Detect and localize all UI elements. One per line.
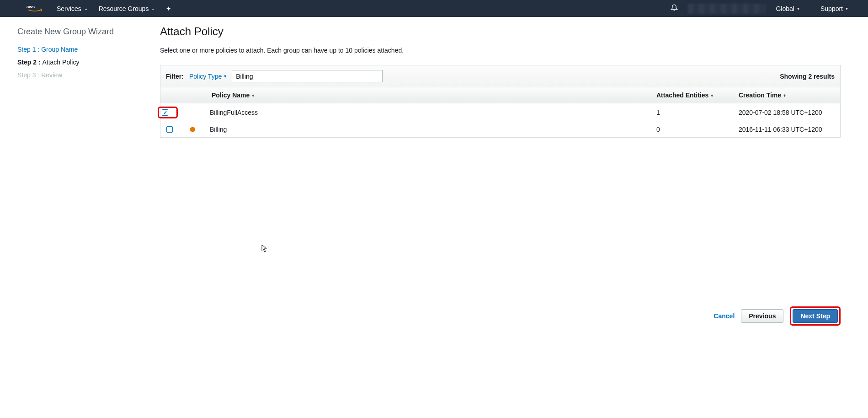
nav-services-label: Services [57, 5, 81, 12]
th-icon [179, 87, 206, 103]
table-row[interactable]: BillingFullAccess12020-07-02 18:58 UTC+1… [160, 103, 840, 122]
bell-icon[interactable] [671, 4, 678, 13]
filter-type-label: Policy Type [189, 73, 222, 80]
main: Create New Group Wizard Step 1 : Group N… [0, 17, 868, 410]
sidebar: Create New Group Wizard Step 1 : Group N… [0, 17, 146, 410]
wizard-step-3: Step 3 : Review [17, 71, 134, 79]
cell-attached: 0 [653, 123, 735, 136]
cell-policy-name: BillingFullAccess [206, 106, 653, 119]
nav-resource-groups[interactable]: Resource Groups ⌄ [99, 5, 155, 12]
managed-policy-icon: ⬢ [190, 125, 196, 133]
nav-region[interactable]: Global ▾ [776, 5, 799, 12]
chevron-down-icon: ⌄ [151, 6, 155, 11]
next-step-button[interactable]: Next Step [793, 309, 838, 323]
filter-label: Filter: [166, 73, 184, 80]
wizard-step-1[interactable]: Step 1 : Group Name [17, 46, 134, 53]
cell-checkbox [160, 103, 179, 122]
table-row[interactable]: ⬢Billing02016-11-11 06:33 UTC+1200 [160, 122, 840, 137]
top-nav: aws Services ⌄ Resource Groups ⌄ ✦ Globa… [0, 0, 868, 17]
top-nav-right: Global ▾ Support ▾ [671, 4, 859, 14]
results-count: Showing 2 results [780, 73, 835, 80]
chevron-down-icon: ▾ [846, 6, 848, 11]
nav-services[interactable]: Services ⌄ [57, 5, 88, 12]
nav-support-label: Support [820, 5, 843, 12]
th-attached[interactable]: Attached Entities ♦ [653, 87, 735, 103]
pin-icon[interactable]: ✦ [166, 5, 171, 12]
cell-checkbox [160, 123, 179, 136]
row-checkbox[interactable] [166, 126, 173, 133]
wizard-title: Create New Group Wizard [17, 27, 134, 37]
previous-button[interactable]: Previous [741, 309, 783, 323]
filter-search-input[interactable] [232, 70, 383, 82]
chevron-down-icon: ⌄ [84, 6, 88, 11]
page-description: Select one or more policies to attach. E… [160, 47, 841, 54]
th-policy-name[interactable]: Policy Name ♦ [206, 87, 653, 103]
filter-bar: Filter: Policy Type ▼ Showing 2 results [160, 65, 840, 87]
account-menu[interactable] [688, 4, 766, 14]
next-button-highlight: Next Step [790, 306, 841, 326]
sort-icon: ♦ [711, 94, 713, 97]
cell-creation: 2016-11-11 06:33 UTC+1200 [735, 123, 840, 136]
cell-policy-icon: ⬢ [179, 122, 206, 137]
nav-support[interactable]: Support ▾ [820, 5, 848, 12]
aws-logo-icon: aws [27, 4, 43, 14]
cell-policy-name: Billing [206, 123, 653, 136]
sort-icon: ♦ [252, 94, 254, 97]
sort-icon: ♦ [783, 94, 786, 97]
svg-text:aws: aws [27, 4, 35, 9]
nav-resource-groups-label: Resource Groups [99, 5, 149, 12]
cell-attached: 1 [653, 106, 735, 119]
policy-table-panel: Filter: Policy Type ▼ Showing 2 results … [160, 65, 841, 138]
th-checkbox [160, 87, 179, 103]
chevron-down-icon: ▾ [797, 6, 799, 11]
footer-buttons: Cancel Previous Next Step [160, 298, 841, 334]
cursor-icon [261, 244, 268, 254]
row-checkbox[interactable] [162, 109, 168, 116]
th-attached-label: Attached Entities [656, 91, 708, 99]
checkbox-highlight [158, 107, 178, 118]
wizard-step-2-name: Attach Policy [42, 59, 79, 66]
nav-region-label: Global [776, 5, 794, 12]
th-creation-label: Creation Time [739, 91, 781, 99]
divider [160, 41, 841, 41]
caret-down-icon: ▼ [223, 74, 227, 79]
th-creation[interactable]: Creation Time ♦ [735, 87, 840, 103]
wizard-step-2-prefix: Step 2 : [17, 59, 41, 66]
table-header: Policy Name ♦ Attached Entities ♦ Creati… [160, 87, 840, 103]
aws-logo[interactable]: aws [27, 4, 43, 14]
th-policy-name-label: Policy Name [212, 91, 250, 99]
page-title: Attach Policy [160, 25, 841, 38]
table-body: BillingFullAccess12020-07-02 18:58 UTC+1… [160, 103, 840, 137]
filter-type-dropdown[interactable]: Policy Type ▼ [189, 73, 227, 80]
wizard-step-2: Step 2 : Attach Policy [17, 59, 134, 66]
cell-policy-icon [179, 109, 206, 116]
cell-creation: 2020-07-02 18:58 UTC+1200 [735, 106, 840, 119]
cancel-button[interactable]: Cancel [714, 312, 735, 320]
content: Attach Policy Select one or more policie… [146, 17, 868, 410]
